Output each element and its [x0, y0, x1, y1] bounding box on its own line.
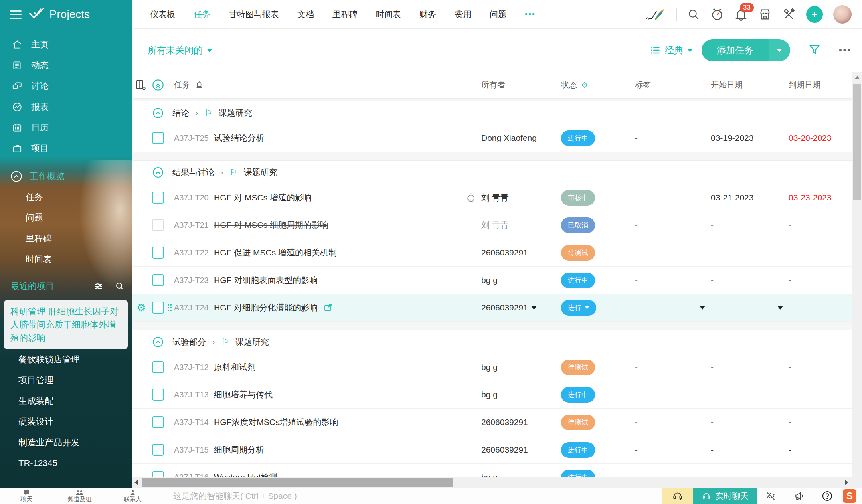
start-date-cell[interactable]: - [711, 472, 714, 477]
status-badge-dropdown[interactable]: 进行 [561, 300, 596, 316]
vertical-scrollbar-thumb[interactable] [853, 84, 861, 200]
status-badge[interactable]: 进行中 [561, 470, 595, 478]
task-title[interactable]: 试验结论分析 [214, 132, 264, 144]
tag-cell[interactable]: - [635, 303, 638, 312]
search-icon[interactable] [687, 8, 700, 21]
tab-issues[interactable]: 问题 [490, 9, 506, 20]
start-date-cell[interactable]: - [711, 390, 714, 399]
tab-gantt-reports[interactable]: 甘特图与报表 [229, 9, 279, 20]
tools-icon[interactable] [782, 8, 796, 21]
owner-name[interactable]: 2606039291 [481, 303, 528, 312]
contacts-tab[interactable]: 联系人 [106, 490, 159, 503]
task-title[interactable]: HGF 对 MSCs 增殖的影响 [214, 192, 312, 203]
group-collapse-icon[interactable] [152, 166, 164, 178]
start-date-cell[interactable]: - [711, 445, 714, 455]
start-date-cell[interactable]: - [711, 248, 714, 257]
drag-handle-icon[interactable] [167, 303, 172, 312]
group-name[interactable]: 试验部分 [172, 336, 206, 348]
task-title[interactable]: Western blot检测 [214, 472, 278, 477]
table-row[interactable]: A37J-T25 试验结论分析 Dong Xiaofeng 进行中 - 03-1… [132, 125, 862, 152]
due-date-cell[interactable]: - [789, 390, 791, 399]
owner-name[interactable]: 刘 青青 [481, 192, 509, 203]
recent-project-item[interactable]: 餐饮联锁店管理 [0, 349, 132, 370]
smart-chat-input[interactable]: 这是您的智能聊天( Ctrl + Space ) [161, 490, 662, 502]
notifications-bell-icon[interactable]: 33 [734, 8, 748, 21]
group-name[interactable]: 结论 [172, 107, 189, 119]
tag-cell[interactable]: - [635, 417, 638, 427]
status-badge[interactable]: 已取消 [561, 217, 595, 233]
sidebar-item-milestones[interactable]: 里程碑 [0, 228, 132, 249]
column-settings-icon[interactable]: ⚙ [135, 79, 147, 91]
due-date-cell[interactable]: - [789, 303, 791, 312]
row-checkbox[interactable] [152, 302, 164, 314]
owner-name[interactable]: 2606039291 [481, 248, 528, 257]
due-date-cell[interactable]: - [789, 445, 791, 455]
ime-indicator-icon[interactable]: S [843, 489, 856, 503]
vertical-scrollbar[interactable] [852, 72, 862, 477]
tab-milestones[interactable]: 里程碑 [332, 9, 358, 20]
row-checkbox[interactable] [152, 361, 164, 373]
row-settings-gear-icon[interactable]: ⚙ [136, 302, 146, 313]
row-checkbox[interactable] [152, 471, 164, 477]
tag-dropdown-icon[interactable] [700, 306, 705, 310]
collapse-all-icon[interactable] [152, 79, 164, 91]
table-row[interactable]: A37J-T21 HGF 对 MSCs 细胞周期的影响 刘 青青 已取消 - -… [132, 211, 862, 239]
task-title[interactable]: 细胞培养与传代 [214, 389, 273, 400]
row-checkbox[interactable] [152, 219, 164, 231]
signature-quill-icon[interactable] [645, 6, 666, 22]
channels-tab[interactable]: 频道及组 [53, 490, 106, 503]
table-row[interactable]: A37J-T12 原料和试剂 bg g 待测试 - - - [132, 354, 862, 381]
hamburger-menu-icon[interactable] [10, 10, 22, 19]
due-date-cell[interactable]: - [789, 472, 791, 477]
recent-project-item[interactable]: TR-12345 [0, 453, 132, 474]
start-date-cell[interactable]: - [711, 417, 714, 427]
column-status[interactable]: 状态 [561, 79, 577, 90]
row-checkbox[interactable] [152, 192, 164, 204]
horizontal-scrollbar[interactable] [132, 477, 862, 488]
start-date-cell[interactable]: 03-19-2023 [711, 133, 753, 143]
disconnect-icon[interactable] [757, 490, 784, 502]
tag-cell[interactable]: - [635, 248, 638, 257]
tag-cell[interactable]: - [635, 275, 638, 285]
tab-tasks[interactable]: 任务 [194, 9, 210, 20]
status-badge[interactable]: 待测试 [561, 360, 595, 375]
view-selector[interactable]: 经典 [650, 44, 693, 57]
table-row[interactable]: A37J-T14 HGF浓度对MSCs增殖试验的影响 2606039291 待测… [132, 409, 862, 436]
scroll-right-arrow[interactable] [842, 477, 851, 488]
chat-tab[interactable]: 聊天 [0, 490, 53, 503]
group-parent-link[interactable]: 课题研究 [244, 167, 277, 178]
column-due-date[interactable]: 到期日期 [789, 79, 820, 90]
tabs-more-icon[interactable]: ••• [525, 10, 536, 19]
app-logo-icon[interactable] [28, 7, 45, 22]
start-date-cell[interactable]: - [711, 220, 714, 230]
owner-name[interactable]: bg g [481, 362, 498, 372]
start-date-cell[interactable]: - [711, 362, 714, 372]
sidebar-item-timesheet[interactable]: 时间表 [0, 249, 132, 270]
app-title[interactable]: Projects [49, 8, 90, 21]
tag-cell[interactable]: - [635, 390, 638, 399]
tab-documents[interactable]: 文档 [297, 9, 314, 20]
recent-project-item[interactable]: 制造业产品开发 [0, 432, 132, 453]
announcements-megaphone-icon[interactable] [786, 490, 812, 502]
chat-support-button[interactable] [662, 488, 693, 504]
group-collapse-icon[interactable] [152, 107, 164, 119]
status-badge[interactable]: 进行中 [561, 387, 595, 403]
due-date-cell[interactable]: - [789, 248, 791, 257]
table-row[interactable]: A37J-T15 细胞周期分析 2606039291 进行中 - - - [132, 436, 862, 464]
column-owner[interactable]: 所有者 [481, 79, 505, 90]
sidebar-section-work-overview[interactable]: 工作概览 [0, 166, 132, 187]
marketplace-store-icon[interactable] [758, 8, 772, 21]
add-task-button[interactable]: 添加任务 [702, 39, 790, 61]
scroll-left-arrow[interactable] [132, 477, 140, 488]
due-date-cell[interactable]: - [789, 417, 791, 427]
owner-name[interactable]: 2606039291 [481, 445, 528, 455]
due-date-cell[interactable]: 03-20-2023 [789, 133, 831, 143]
tag-cell[interactable]: - [635, 472, 638, 477]
live-chat-button[interactable]: 实时聊天 [693, 488, 757, 504]
sidebar-item-discussion[interactable]: 讨论 [0, 76, 132, 97]
group-parent-link[interactable]: 课题研究 [235, 336, 269, 348]
sidebar-item-projects[interactable]: 项目 [0, 138, 132, 159]
open-external-icon[interactable] [323, 303, 333, 312]
task-title[interactable]: HGF 对 MSCs 细胞周期的影响 [214, 219, 328, 231]
task-title[interactable]: HGF 对细胞表面表型的影响 [214, 275, 318, 286]
